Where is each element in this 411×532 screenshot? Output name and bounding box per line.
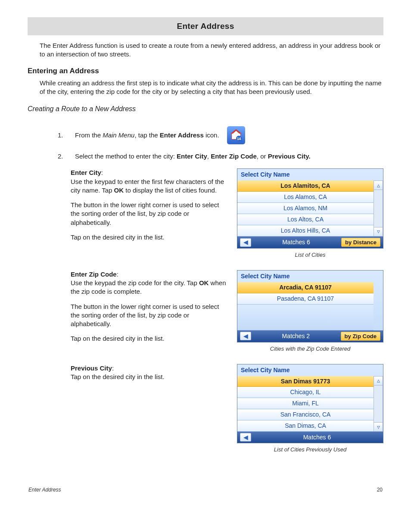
device-screenshot-zip-list: Select City Name Arcadia, CA 91107 Pasad… <box>237 270 383 342</box>
enter-zip-paragraph-2: The button in the lower right corner is … <box>71 302 227 329</box>
enter-city-paragraph-3: Tap on the desired city in the list. <box>71 233 227 242</box>
scrollbar-track[interactable] <box>374 386 383 422</box>
section-paragraph: While creating an address the first step… <box>40 79 383 96</box>
list-item[interactable]: San Francisco, CA <box>237 409 374 420</box>
scroll-down-icon[interactable]: ▿ <box>374 227 383 236</box>
page-footer: Enter Address 20 <box>28 486 383 493</box>
back-icon[interactable]: ◀ <box>240 332 251 340</box>
list-item[interactable]: Pasadena, CA 91107 <box>237 293 374 305</box>
enter-zip-paragraph-3: Tap on the desired city in the list. <box>71 334 227 343</box>
enter-zip-section: Enter Zip Code: Use the keypad the zip c… <box>71 270 383 360</box>
page-title: Enter Address <box>28 17 383 35</box>
device-screenshot-city-list: Select City Name Los Alamitos, CA Los Al… <box>237 168 383 249</box>
previous-city-section: Previous City: Tap on the desired city i… <box>71 364 383 460</box>
device-title: Select City Name <box>237 169 383 180</box>
scrollbar-track[interactable] <box>374 190 383 227</box>
intro-paragraph: The Enter Address function is used to cr… <box>40 41 383 59</box>
sort-button[interactable]: by Zip Code <box>341 332 380 341</box>
device-title: Select City Name <box>237 271 383 282</box>
list-item[interactable]: Chicago, IL <box>237 387 374 398</box>
scroll-up-icon[interactable]: ▵ <box>374 376 383 386</box>
enter-zip-heading: Enter Zip Code <box>71 271 117 278</box>
list-item[interactable]: Los Altos, CA <box>237 214 374 225</box>
step-2: 2. Select the method to enter the city: … <box>58 152 383 161</box>
list-item[interactable]: Miami, FL <box>237 398 374 409</box>
subsection-heading-creating-route: Creating a Route to a New Address <box>28 104 383 114</box>
back-icon[interactable]: ◀ <box>240 238 251 247</box>
scroll-down-icon[interactable]: ▿ <box>374 422 383 432</box>
step-text: Select the method to enter the city: Ent… <box>75 152 311 161</box>
matches-label: Matches 2 <box>254 332 338 340</box>
enter-address-icon: 14 <box>227 126 245 144</box>
matches-label: Matches 6 <box>254 238 339 246</box>
list-item[interactable]: Los Altos Hills, CA <box>237 225 374 236</box>
list-item[interactable]: Arcadia, CA 91107 <box>237 282 374 293</box>
enter-city-paragraph-2: The button in the lower right corner is … <box>71 201 227 227</box>
enter-city-heading: Enter City <box>71 169 101 176</box>
list-item[interactable]: San Dimas, CA <box>237 420 374 432</box>
step-number: 1. <box>58 131 70 140</box>
caption: List of Cities <box>237 251 383 259</box>
list-item[interactable]: San Dimas 91773 <box>237 376 374 387</box>
device-title: Select City Name <box>237 364 383 376</box>
list-item[interactable]: Los Alamos, NM <box>237 203 374 214</box>
step-number: 2. <box>58 152 70 161</box>
list-item[interactable]: Los Alamos, CA <box>237 192 374 203</box>
enter-city-section: Enter City: Use the keypad to enter the … <box>71 168 383 265</box>
sort-button[interactable]: by Distance <box>341 238 380 247</box>
step-text: From the Main Menu, tap the Enter Addres… <box>75 131 219 140</box>
svg-text:14: 14 <box>237 137 241 141</box>
footer-left: Enter Address <box>28 486 61 493</box>
matches-label: Matches 6 <box>254 433 380 442</box>
page-number: 20 <box>377 486 383 493</box>
caption: Cities with the Zip Code Entered <box>237 345 383 353</box>
svg-line-4 <box>241 140 242 142</box>
device-screenshot-prev-list: Select City Name San Dimas 91773 Chicago… <box>237 364 383 443</box>
prev-city-heading: Previous City <box>71 364 112 372</box>
list-item[interactable]: Los Alamitos, CA <box>237 180 374 192</box>
back-icon[interactable]: ◀ <box>240 433 251 442</box>
caption: List of Cities Previously Used <box>237 446 383 454</box>
scroll-up-icon[interactable]: ▵ <box>374 180 383 190</box>
section-heading-entering-address: Entering an Address <box>28 66 383 76</box>
step-1: 1. From the Main Menu, tap the Enter Add… <box>58 126 383 144</box>
